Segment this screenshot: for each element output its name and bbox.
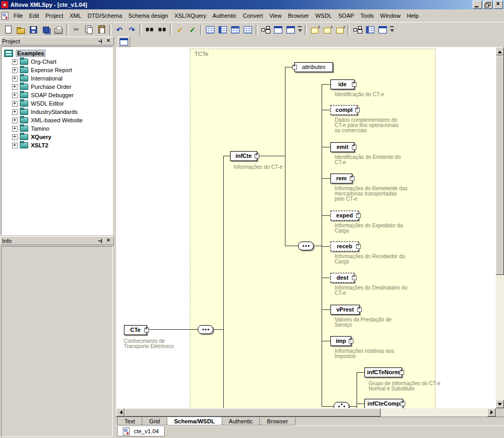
display-diagram-button[interactable] [284, 24, 297, 36]
cut-button[interactable] [70, 24, 83, 36]
tab-schema-wsdl-view[interactable]: Schema/WSDL [167, 417, 222, 425]
expand-icon[interactable] [350, 176, 354, 181]
tree-item-examples[interactable]: Examples [3, 49, 111, 57]
menu-wsdl[interactable]: WSDL [312, 11, 335, 20]
paste-button[interactable] [95, 24, 108, 36]
namespace-button[interactable] [364, 24, 376, 36]
element-dest[interactable]: dest [330, 273, 354, 283]
schema-overview-button[interactable] [118, 37, 130, 47]
altova-app-icon[interactable]: × [1, 1, 8, 8]
check-well-formed-button[interactable] [174, 24, 186, 36]
tab-browser-view[interactable]: Browser [259, 417, 295, 425]
menu-view[interactable]: View [266, 11, 285, 20]
expand-icon[interactable] [355, 108, 360, 112]
element-rem[interactable]: rem [330, 174, 352, 183]
close-button[interactable] [494, 1, 503, 9]
close-panel-icon[interactable] [105, 38, 112, 44]
schema-settings-button[interactable] [272, 24, 284, 36]
scroll-up-button[interactable] [496, 47, 504, 55]
save-all-button[interactable] [40, 24, 52, 36]
optimal-widths-button[interactable] [242, 24, 254, 36]
expand-icon[interactable] [400, 401, 405, 406]
tab-grid-view[interactable]: Grid [142, 417, 167, 425]
menu-project[interactable]: Project [42, 11, 66, 20]
element-infctenorm[interactable]: infCTeNorm [364, 367, 402, 377]
validate-button[interactable] [186, 24, 199, 36]
tree-item-xquery[interactable]: XQuery [3, 133, 111, 141]
menu-soap[interactable]: SOAP [335, 11, 358, 20]
scroll-left-button[interactable] [116, 408, 124, 417]
find-next-button[interactable] [156, 24, 168, 36]
menu-edit[interactable]: Edit [26, 11, 42, 20]
expand-icon[interactable] [12, 134, 18, 140]
menu-convert[interactable]: Convert [239, 11, 266, 20]
tree-item-xslt2[interactable]: XSLT2 [3, 141, 111, 149]
element-vprest[interactable]: vPrest [330, 305, 360, 315]
go-to-definition-button[interactable] [351, 24, 364, 36]
expand-icon[interactable] [352, 82, 357, 87]
vertical-scrollbar[interactable] [496, 47, 504, 408]
element-infcte[interactable]: infCte [230, 151, 257, 161]
new-file-button[interactable] [2, 24, 15, 36]
expand-icon[interactable] [399, 370, 404, 375]
nested-grid-view-button[interactable] [216, 24, 229, 36]
open-file-button[interactable] [15, 24, 27, 36]
element-emit[interactable]: emit [330, 142, 354, 152]
tree-item-expense-report[interactable]: Expense Report [3, 66, 111, 74]
save-file-button[interactable] [27, 24, 40, 36]
append-element-button[interactable] [334, 24, 346, 36]
expand-icon[interactable] [144, 328, 149, 332]
attributes-box[interactable]: attributes [294, 62, 333, 72]
expand-icon[interactable] [12, 76, 18, 82]
tree-item-wsdl-editor[interactable]: WSDL Editor [3, 99, 111, 108]
menu-browser[interactable]: Browser [285, 11, 312, 20]
tree-item-soap-debugger[interactable]: SOAP Debugger [3, 91, 111, 99]
insert-element-button[interactable] [321, 24, 334, 36]
expand-icon[interactable] [349, 339, 353, 343]
expand-icon[interactable] [12, 59, 18, 65]
expand-icon[interactable] [12, 93, 18, 98]
expand-icon[interactable] [255, 154, 259, 158]
element-ide[interactable]: ide [330, 79, 354, 89]
menu-xml[interactable]: XML [66, 11, 85, 20]
expand-icon[interactable] [352, 275, 357, 280]
element-receb[interactable]: receb [330, 241, 359, 251]
scroll-down-button[interactable] [496, 400, 504, 408]
vertical-scroll-thumb[interactable] [496, 55, 504, 275]
element-cte[interactable]: CTe [124, 325, 147, 335]
table-view-button[interactable] [229, 24, 242, 36]
expand-icon[interactable] [12, 118, 18, 123]
choice-compositor[interactable] [334, 402, 349, 408]
expand-icon[interactable] [12, 67, 18, 73]
schema-diagram-canvas[interactable]: TCTe CTe Conheciment [116, 47, 496, 408]
close-panel-icon[interactable] [105, 238, 112, 244]
horizontal-scroll-thumb[interactable] [124, 408, 381, 417]
pin-icon[interactable] [97, 38, 104, 44]
expand-icon[interactable] [12, 109, 18, 115]
horizontal-scrollbar[interactable] [116, 408, 496, 417]
undo-button[interactable] [113, 24, 125, 36]
tree-item-org-chart[interactable]: Org-Chart [3, 57, 111, 66]
tree-item-tamino[interactable]: Tamino [3, 124, 111, 133]
scroll-right-button[interactable] [487, 408, 496, 417]
document-tab-cte[interactable]: cte_v1.04 [117, 427, 165, 436]
menu-tools[interactable]: Tools [357, 11, 377, 20]
element-compl[interactable]: compl [330, 105, 358, 115]
minimize-button[interactable] [473, 1, 482, 9]
expand-icon[interactable] [356, 213, 361, 218]
copy-button[interactable] [83, 24, 95, 36]
print-button[interactable] [52, 24, 65, 36]
menu-file[interactable]: File [10, 11, 26, 20]
schema-design-view-button[interactable] [259, 24, 272, 36]
tree-item-industrystandards[interactable]: IndustryStandards [3, 108, 111, 116]
tree-item-international[interactable]: International [3, 74, 111, 83]
expand-icon[interactable] [12, 126, 18, 132]
expand-icon[interactable] [356, 244, 361, 249]
expand-icon[interactable] [12, 143, 18, 148]
menu-help[interactable]: Help [404, 11, 422, 20]
pin-icon[interactable] [97, 238, 104, 244]
menu-schema-design[interactable]: Schema design [125, 11, 171, 20]
grid-view-button[interactable] [204, 24, 216, 36]
tree-item-xml-based-website[interactable]: XML-based Website [3, 116, 111, 124]
tree-item-purchase-order[interactable]: Purchase Order [3, 83, 111, 91]
